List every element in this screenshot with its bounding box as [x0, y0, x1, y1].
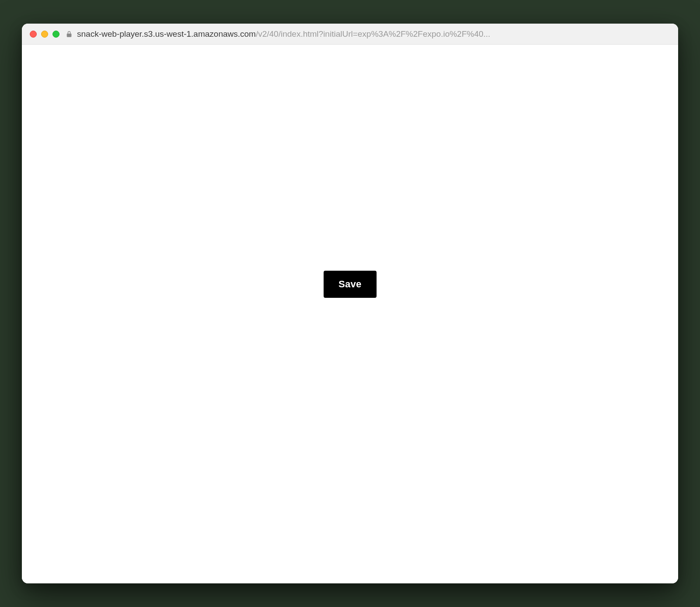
- url-text: snack-web-player.s3.us-west-1.amazonaws.…: [77, 29, 490, 39]
- url-path: /v2/40/index.html?initialUrl=exp%3A%2F%2…: [256, 29, 490, 38]
- browser-window: snack-web-player.s3.us-west-1.amazonaws.…: [22, 24, 678, 583]
- maximize-icon[interactable]: [52, 31, 60, 38]
- close-icon[interactable]: [30, 31, 37, 38]
- address-bar[interactable]: snack-web-player.s3.us-west-1.amazonaws.…: [66, 29, 670, 39]
- page-viewport: Save: [22, 45, 678, 583]
- window-controls: [30, 31, 60, 38]
- url-host: snack-web-player.s3.us-west-1.amazonaws.…: [77, 29, 256, 38]
- minimize-icon[interactable]: [41, 31, 48, 38]
- titlebar: snack-web-player.s3.us-west-1.amazonaws.…: [22, 24, 678, 45]
- lock-icon: [66, 30, 73, 38]
- save-button[interactable]: Save: [324, 271, 377, 298]
